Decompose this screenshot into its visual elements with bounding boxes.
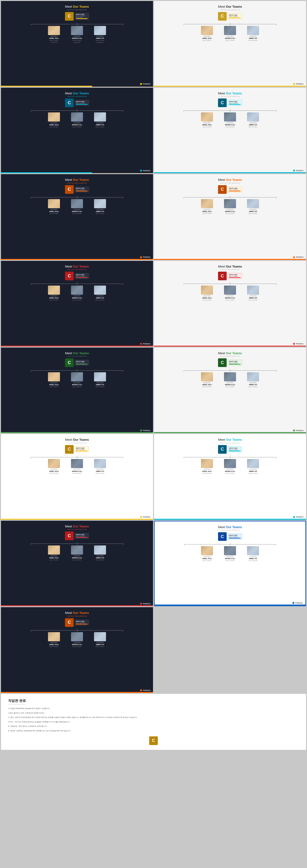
slide-4: Meet Our Teams Insert Your Great Subtitl… xyxy=(154,88,306,174)
slide-7-lines xyxy=(19,282,135,285)
slide-6-subtitle: Insert Your Great Subtitle Here xyxy=(220,182,240,184)
slide-14-m2-photo xyxy=(224,546,236,555)
slide-4-title: Meet Our Teams xyxy=(218,91,242,95)
slide-2-m1-photo xyxy=(201,26,213,35)
slide-9-m1-role: Designer xyxy=(50,382,58,383)
slide-15-logo-text: PHENIX xyxy=(143,689,150,691)
slide-6-title: Meet Our Teams xyxy=(218,178,242,182)
slide-8-ceo-bar xyxy=(229,277,241,278)
slide-10-m2: Designer MONICA GLI great, consistent xyxy=(220,372,240,388)
slide-6-logo: PHENIX xyxy=(293,256,304,258)
slide-6-m3-photo xyxy=(247,199,259,208)
slide-6-lines xyxy=(172,196,288,198)
slide-13-m1-photo xyxy=(48,546,60,555)
slide-1-ceo-photo: C xyxy=(65,12,74,21)
slide-1-member-2-name: MONICA GLI xyxy=(72,37,82,39)
slide-12-ceo: C MATUY DEE great, consistent xyxy=(218,445,242,454)
slide-12-m1-photo xyxy=(201,459,213,468)
slide-7-logo-text: PHENIX xyxy=(143,343,150,345)
slide-7-bar xyxy=(1,346,153,347)
slide-2-org: C MATUY DEE great, consistent Designer xyxy=(158,12,302,84)
slide-15-bottom-row: Designer ADEE, KULI great, consistent De… xyxy=(5,632,149,648)
slide-12-ourteams: Our Teams xyxy=(226,438,242,441)
slide-3-subtitle: Insert Your Great Subtitle Here xyxy=(67,96,87,97)
slide-8-lines xyxy=(172,282,288,285)
slide-13-m2-desc: great, consistent xyxy=(73,559,81,561)
slide-10-ceo-bar xyxy=(229,364,241,365)
slide-14-lines xyxy=(173,543,287,546)
slide-14-m2-role: Designer xyxy=(227,556,234,557)
slide-11-m2: Designer MONICA GLI great, consistent xyxy=(67,459,87,474)
slide-5-bar xyxy=(1,259,153,260)
slide-4-m1-name: ADEE, KULI xyxy=(202,124,212,126)
slide-12-m1-name: ADEE, KULI xyxy=(202,470,212,472)
slide-6-meet: Meet xyxy=(218,178,226,182)
slide-9-m1: Designer ADEE, KULI great, consistent xyxy=(44,372,64,388)
slide-13-m2-name: MONICA GLI xyxy=(72,557,82,559)
slide-12-ceo-info: MATUY DEE great, consistent xyxy=(228,446,242,452)
slide-13-title: Meet Our Teams xyxy=(65,524,89,528)
slide-6-m1: Designer ADEE, KULI great, consistent xyxy=(197,199,216,215)
slide-4-m3-name: JIMMY KIT xyxy=(249,124,257,126)
slide-10-bar xyxy=(154,432,306,433)
slide-5-m3-photo xyxy=(94,199,106,208)
slide-14-m1-desc: great, consistent xyxy=(203,560,211,561)
slide-1-member-2-desc2: amazing job xyxy=(74,41,80,43)
slide-2-m3-name: JIMMY KIT xyxy=(249,37,257,39)
slide-3-logo-icon xyxy=(140,169,142,172)
slide-15-m1-name: ADEE, KULI xyxy=(49,644,59,645)
slide-5-m3: Designer JIMMY KIT great, consistent xyxy=(91,199,110,215)
slide-14-m1-photo xyxy=(201,546,213,555)
slide-3-m2-desc: great, consistent xyxy=(73,126,81,128)
slide-3-ceo-bar xyxy=(76,104,88,105)
slide-13-m1-name: ADEE, KULI xyxy=(49,557,59,559)
slide-1-member-2-photo xyxy=(71,26,83,35)
slide-11-ceo-bar xyxy=(76,451,88,451)
slide-4-m3-desc: great, consistent xyxy=(249,126,258,128)
slide-15-ceo-photo: C xyxy=(65,618,74,627)
completion-para-5: E. 판매처 : 판매처는 miricanvas 에서 판매중이며, 모든 저작… xyxy=(8,730,71,733)
slide-4-lines xyxy=(172,109,288,112)
slide-11-logo: PHENIX xyxy=(140,516,150,518)
slide-11-bar xyxy=(1,519,153,520)
completion-title: 작업완 완료 xyxy=(8,699,26,705)
slide-15-subtitle: Insert Your Great Subtitle Here xyxy=(67,615,87,617)
slide-1-member-3-desc: great, consistent xyxy=(96,40,105,41)
slide-9-bottom-row: Designer ADEE, KULI great, consistent De… xyxy=(5,372,149,388)
slide-11-bottom-row: Designer ADEE, KULI great, consistent De… xyxy=(5,459,149,474)
slide-3: Meet Our Teams Insert Your Great Subtitl… xyxy=(1,88,153,174)
slide-9-m2-photo xyxy=(71,372,83,381)
slide-1-logo: PHENIX xyxy=(140,83,150,85)
slide-11-org: C MATUY DEE great, consistent Designer xyxy=(5,445,149,517)
slide-2-logo-icon xyxy=(293,83,295,85)
slide-16-completion: 작업완 완료 이 파일은 PowerPoint, Keynote 에서 편집이 … xyxy=(1,694,306,750)
slide-11-m1-role: Designer xyxy=(50,469,58,470)
slide-7-m3-name: JIMMY KIT xyxy=(96,297,104,299)
slide-1-member-1: Designer ADEE, KULI great, consistent am… xyxy=(44,26,64,43)
slide-2-lines xyxy=(172,23,288,26)
slide-12-logo: PHENIX xyxy=(293,516,304,518)
slide-8-subtitle: Insert Your Great Subtitle Here xyxy=(220,269,240,270)
slide-9-m1-desc: great, consistent xyxy=(49,386,59,388)
slide-2-member-1: Designer ADEE, KULI great, consistent xyxy=(197,26,216,41)
slide-5-logo: PHENIX xyxy=(140,256,150,258)
slide-13-ourteams: Our Teams xyxy=(73,525,89,528)
slide-14-m1: Designer ADEE, KULI great, consistent xyxy=(197,546,216,561)
slide-14-ceo-info: MATUY DEE great, consistent xyxy=(228,534,242,539)
slide-3-m3-photo xyxy=(94,113,106,122)
slide-2-ceo-info: MATUY DEE great, consistent xyxy=(228,13,242,19)
slide-7-logo: PHENIX xyxy=(140,343,150,345)
slide-7-ceo-bar xyxy=(76,277,88,278)
slide-7-ceo-info: MATUY DEE great, consistent xyxy=(75,273,89,279)
slide-6-m2-desc: great, consistent xyxy=(226,213,235,215)
slide-13-subtitle: Insert Your Great Subtitle Here xyxy=(67,529,87,530)
slide-3-ceo-desc: great, consistent xyxy=(76,102,88,104)
slide-9-title: Meet Our Teams xyxy=(65,351,89,355)
slide-12-m3-desc: great, consistent xyxy=(249,473,258,474)
slide-9-m1-name: ADEE, KULI xyxy=(49,384,59,385)
slide-6-bar xyxy=(154,259,306,260)
slide-10-bottom-row: Designer ADEE, KULI great, consistent De… xyxy=(158,372,302,388)
slide-4-bar xyxy=(154,172,306,173)
slide-8-m1-name: ADEE, KULI xyxy=(202,297,212,299)
slide-4-ceo-desc: great, consistent xyxy=(229,102,241,104)
